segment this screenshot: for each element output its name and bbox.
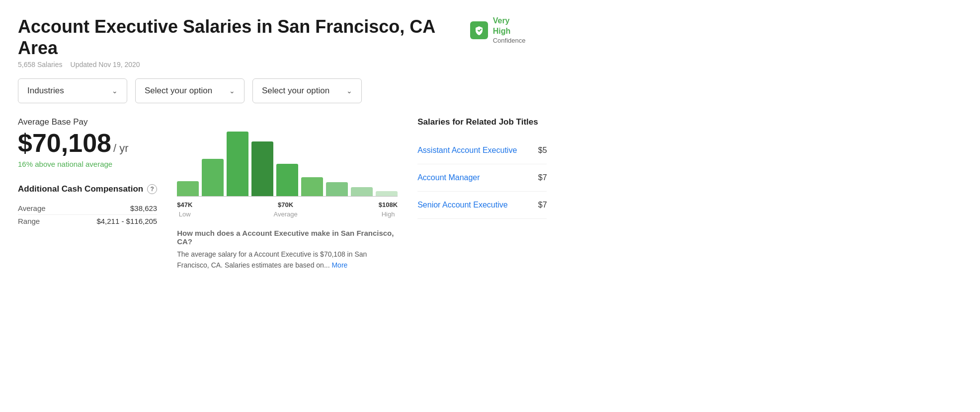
related-item-1: Account Manager $77K [417,164,547,192]
chart-label-avg: $70K Average [273,201,297,218]
desc-text: The average salary for a Account Executi… [177,249,398,271]
chart-label-high: $108K High [379,201,398,218]
chart-label-low: $47K Low [177,201,192,218]
salary-count: 5,658 Salaries [18,61,63,69]
confidence-icon [470,21,488,39]
related-job-link-0[interactable]: Assistant Account Executive [417,146,517,155]
avg-amount: $70,108 [18,129,111,157]
chart-avg-amount: $70K [273,201,297,209]
related-item-0: Assistant Account Executive $53K [417,137,547,164]
cash-avg-label: Average [18,204,46,212]
cash-range-label: Range [18,217,40,225]
cash-avg-value: $38,623 [130,204,157,212]
related-job-link-2[interactable]: Senior Account Executive [417,201,507,209]
per-yr: / yr [113,142,129,154]
cash-comp-header: Additional Cash Compensation ? [18,184,157,194]
chart-low-desc: Low [177,210,192,219]
bar-3 [251,141,273,196]
chart-low-amount: $47K [177,201,192,209]
option2-label: Select your option [262,86,329,96]
above-avg-desc2: above national average [35,160,112,168]
related-salary-2: $74K [538,201,547,209]
cash-range-value: $4,211 - $116,205 [96,217,157,225]
confidence-text: Very High Confidence [493,16,529,45]
chart-avg-desc: Average [273,210,297,219]
cash-range-row: Range $4,211 - $116,205 [18,215,157,227]
avg-base-pay-label: Average Base Pay [18,117,157,127]
above-avg-text: 16% above national average [18,160,157,168]
related-salary-1: $77K [538,173,547,182]
confidence-badge: Very High Confidence [470,16,529,45]
main-content: Average Base Pay $70,108/ yr 16% above n… [18,117,529,271]
dropdowns-row: Industries ⌄ Select your option ⌄ Select… [18,78,529,103]
bar-2 [227,132,248,196]
help-icon[interactable]: ? [147,184,157,194]
bar-chart [177,117,398,197]
chevron-down-icon: ⌄ [112,87,118,95]
bar-0 [177,181,199,196]
chevron-down-icon: ⌄ [229,87,235,95]
industries-dropdown[interactable]: Industries ⌄ [18,78,127,103]
description-section: How much does a Account Executive make i… [177,229,398,271]
chart-high-amount: $108K [379,201,398,209]
related-jobs-title: Salaries for Related Job Titles [417,117,547,127]
confidence-label-text: Confidence [493,37,529,45]
chart-labels: $47K Low $70K Average $108K High [177,201,398,218]
more-link[interactable]: More [331,261,347,269]
related-item-2: Senior Account Executive $74K [417,192,547,219]
bar-6 [326,182,348,196]
bar-4 [276,164,298,196]
bar-7 [351,187,373,196]
page-title: Account Executive Salaries in San Franci… [18,16,470,59]
option1-dropdown[interactable]: Select your option ⌄ [135,78,245,103]
center-panel: $47K Low $70K Average $108K High How muc… [177,117,398,271]
updated-date: Updated Nov 19, 2020 [71,61,140,69]
right-panel: Salaries for Related Job Titles Assistan… [417,117,547,271]
option2-dropdown[interactable]: Select your option ⌄ [252,78,362,103]
bar-8 [376,191,398,196]
cash-avg-row: Average $38,623 [18,202,157,215]
bar-1 [202,159,224,196]
option1-label: Select your option [145,86,212,96]
avg-base-pay-value: $70,108/ yr [18,130,157,156]
above-avg-pct: 16% [18,160,33,168]
related-job-link-1[interactable]: Account Manager [417,173,480,182]
desc-question: How much does a Account Executive make i… [177,229,398,246]
cash-comp-title: Additional Cash Compensation [18,184,143,194]
bar-5 [301,177,323,196]
left-panel: Average Base Pay $70,108/ yr 16% above n… [18,117,157,271]
related-salary-0: $53K [538,146,547,155]
confidence-level: Very High [493,16,529,37]
industries-label: Industries [27,86,64,96]
chart-high-desc: High [379,210,398,219]
chevron-down-icon: ⌄ [346,87,352,95]
